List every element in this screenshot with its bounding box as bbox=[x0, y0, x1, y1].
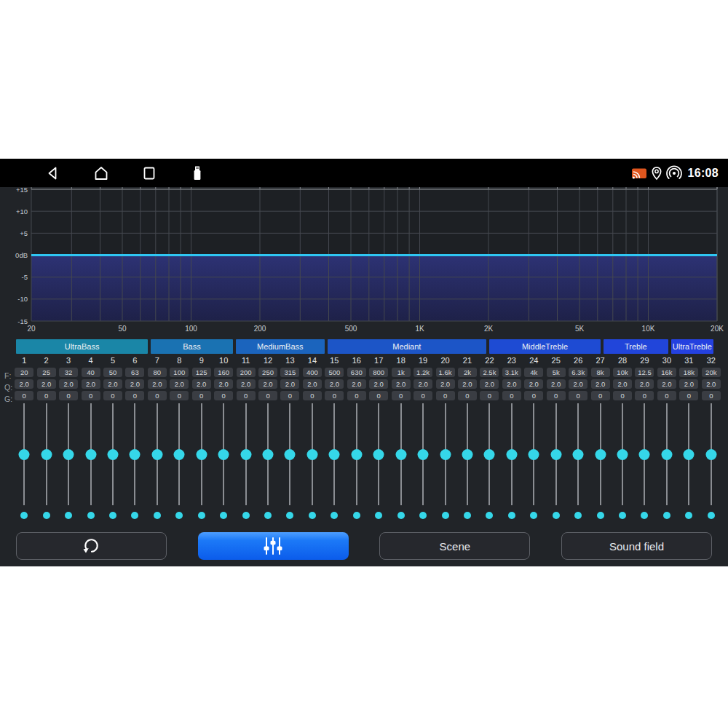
slider-thumb[interactable] bbox=[529, 449, 539, 460]
channel-indicator-dot[interactable] bbox=[553, 512, 560, 519]
slider-thumb[interactable] bbox=[285, 449, 296, 460]
channel-indicator-dot[interactable] bbox=[619, 512, 626, 519]
gain-slider[interactable] bbox=[323, 403, 345, 505]
frequency-value[interactable]: 630 bbox=[347, 368, 366, 377]
gain-value[interactable]: 0 bbox=[392, 391, 411, 400]
back-button[interactable] bbox=[45, 165, 61, 181]
gain-slider[interactable] bbox=[434, 403, 456, 505]
frequency-value[interactable]: 20 bbox=[15, 368, 33, 377]
gain-value[interactable]: 0 bbox=[679, 391, 698, 400]
gain-slider[interactable] bbox=[124, 403, 146, 505]
channel-indicator-dot[interactable] bbox=[175, 512, 183, 519]
q-factor-value[interactable]: 2.0 bbox=[82, 379, 100, 389]
frequency-value[interactable]: 40 bbox=[82, 368, 100, 377]
q-factor-value[interactable]: 2.0 bbox=[148, 379, 167, 389]
gain-value[interactable]: 0 bbox=[702, 391, 721, 400]
gain-slider[interactable] bbox=[523, 403, 545, 505]
gain-value[interactable]: 0 bbox=[82, 391, 100, 400]
band-middletreble[interactable]: MiddleTreble bbox=[489, 339, 601, 354]
q-factor-value[interactable]: 2.0 bbox=[436, 379, 455, 389]
q-factor-value[interactable]: 2.0 bbox=[214, 379, 233, 389]
slider-thumb[interactable] bbox=[617, 449, 628, 460]
channel-indicator-dot[interactable] bbox=[331, 512, 338, 519]
q-factor-value[interactable]: 2.0 bbox=[280, 379, 299, 389]
q-factor-value[interactable]: 2.0 bbox=[170, 379, 189, 389]
frequency-value[interactable]: 6.3k bbox=[569, 368, 587, 377]
gain-slider[interactable] bbox=[589, 403, 611, 505]
band-mediant[interactable]: Mediant bbox=[328, 339, 486, 354]
gain-value[interactable]: 0 bbox=[480, 391, 499, 400]
q-factor-value[interactable]: 2.0 bbox=[59, 379, 78, 389]
slider-thumb[interactable] bbox=[306, 449, 317, 460]
band-ultratreble[interactable]: UltraTreble bbox=[671, 339, 713, 354]
channel-indicator-dot[interactable] bbox=[442, 512, 449, 519]
slider-thumb[interactable] bbox=[240, 449, 251, 460]
channel-indicator-dot[interactable] bbox=[641, 512, 648, 519]
gain-slider[interactable] bbox=[13, 403, 35, 505]
q-factor-value[interactable]: 2.0 bbox=[414, 379, 432, 389]
q-factor-value[interactable]: 2.0 bbox=[547, 379, 566, 389]
channel-indicator-dot[interactable] bbox=[685, 512, 692, 519]
scene-button[interactable]: Scene bbox=[379, 532, 530, 560]
gain-slider[interactable] bbox=[279, 403, 301, 505]
gain-value[interactable]: 0 bbox=[569, 391, 587, 400]
slider-thumb[interactable] bbox=[263, 449, 274, 460]
slider-thumb[interactable] bbox=[550, 449, 561, 460]
gain-value[interactable]: 0 bbox=[414, 391, 432, 400]
q-factor-value[interactable]: 2.0 bbox=[569, 379, 587, 389]
channel-indicator-dot[interactable] bbox=[663, 512, 670, 519]
channel-indicator-dot[interactable] bbox=[220, 512, 227, 519]
slider-thumb[interactable] bbox=[705, 449, 716, 460]
gain-value[interactable]: 0 bbox=[258, 391, 277, 400]
gain-slider[interactable] bbox=[389, 403, 411, 505]
channel-indicator-dot[interactable] bbox=[154, 512, 161, 519]
channel-indicator-dot[interactable] bbox=[286, 512, 293, 519]
q-factor-value[interactable]: 2.0 bbox=[502, 379, 521, 389]
gain-value[interactable]: 0 bbox=[635, 391, 654, 400]
home-button[interactable] bbox=[93, 165, 109, 181]
gain-value[interactable]: 0 bbox=[59, 391, 78, 400]
gain-value[interactable]: 0 bbox=[280, 391, 299, 400]
slider-thumb[interactable] bbox=[151, 449, 162, 460]
q-factor-value[interactable]: 2.0 bbox=[103, 379, 122, 389]
frequency-value[interactable]: 3.1k bbox=[502, 368, 521, 377]
q-factor-value[interactable]: 2.0 bbox=[192, 379, 211, 389]
channel-indicator-dot[interactable] bbox=[242, 512, 250, 519]
gain-value[interactable]: 0 bbox=[303, 391, 322, 400]
q-factor-value[interactable]: 2.0 bbox=[613, 379, 632, 389]
gain-slider[interactable] bbox=[678, 403, 700, 505]
gain-value[interactable]: 0 bbox=[613, 391, 632, 400]
channel-indicator-dot[interactable] bbox=[131, 512, 138, 519]
band-ultrabass[interactable]: UltraBass bbox=[16, 339, 148, 354]
channel-indicator-dot[interactable] bbox=[198, 512, 205, 519]
frequency-value[interactable]: 25 bbox=[37, 368, 56, 377]
reset-button[interactable] bbox=[16, 532, 167, 560]
q-factor-value[interactable]: 2.0 bbox=[258, 379, 277, 389]
q-factor-value[interactable]: 2.0 bbox=[303, 379, 322, 389]
frequency-value[interactable]: 4k bbox=[524, 368, 543, 377]
frequency-value[interactable]: 1k bbox=[392, 368, 411, 377]
band-treble[interactable]: Treble bbox=[604, 339, 668, 354]
gain-slider[interactable] bbox=[301, 403, 323, 505]
q-factor-value[interactable]: 2.0 bbox=[591, 379, 610, 389]
channel-indicator-dot[interactable] bbox=[87, 512, 95, 519]
gain-value[interactable]: 0 bbox=[657, 391, 676, 400]
slider-thumb[interactable] bbox=[41, 449, 52, 460]
q-factor-value[interactable]: 2.0 bbox=[392, 379, 411, 389]
slider-thumb[interactable] bbox=[506, 449, 517, 460]
gain-slider[interactable] bbox=[700, 403, 722, 505]
gain-slider[interactable] bbox=[412, 403, 434, 505]
gain-value[interactable]: 0 bbox=[15, 391, 33, 400]
gain-slider[interactable] bbox=[102, 403, 124, 505]
q-factor-value[interactable]: 2.0 bbox=[480, 379, 499, 389]
slider-thumb[interactable] bbox=[63, 449, 74, 460]
slider-thumb[interactable] bbox=[351, 449, 362, 460]
slider-thumb[interactable] bbox=[130, 449, 141, 460]
gain-value[interactable]: 0 bbox=[547, 391, 566, 400]
channel-indicator-dot[interactable] bbox=[508, 512, 515, 519]
q-factor-value[interactable]: 2.0 bbox=[347, 379, 366, 389]
frequency-value[interactable]: 315 bbox=[280, 368, 299, 377]
gain-slider[interactable] bbox=[168, 403, 190, 505]
frequency-value[interactable]: 100 bbox=[170, 368, 189, 377]
slider-thumb[interactable] bbox=[19, 449, 30, 460]
